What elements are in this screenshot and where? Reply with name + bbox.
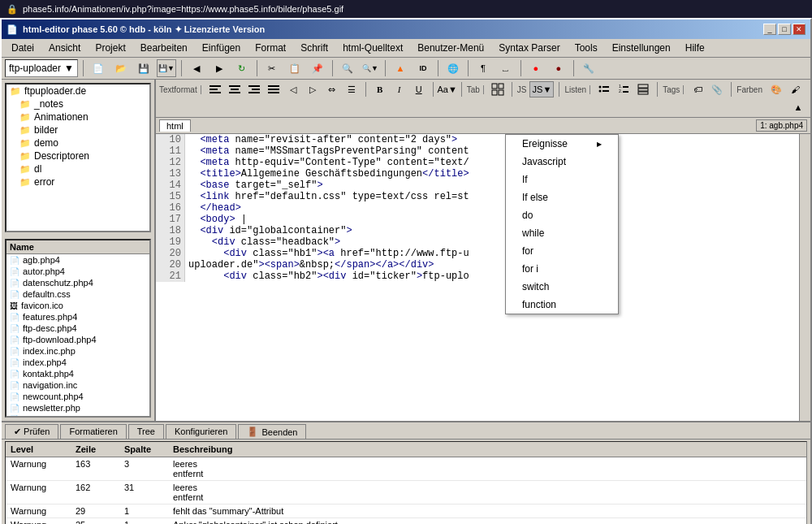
toolbar-btn-id[interactable]: ID [413,59,433,77]
file-item[interactable]: 📄defaultn.css [6,288,149,300]
toolbar-btn-extra[interactable]: 🔧 [579,59,598,77]
menu-einstellungen[interactable]: Einstellungen [606,41,677,55]
menu-bearbeiten[interactable]: Bearbeiten [134,41,194,55]
editor-tab[interactable]: html [159,119,191,132]
dropdown-item-switch[interactable]: switch [506,278,618,296]
tab-pruefen[interactable]: ✔ Prüfen [5,424,58,439]
file-item[interactable]: 📄kontakt.php4 [6,368,149,379]
fmt-tag1[interactable]: 🏷 [689,81,706,97]
editor-scrollbar[interactable] [799,134,810,421]
minimize-button[interactable]: _ [763,24,776,35]
fmt-table-grid[interactable] [489,81,507,97]
toolbar-btn-search[interactable]: 🔍 [338,59,357,77]
fmt-justify[interactable] [265,81,283,97]
fmt-indent-right[interactable]: ▷ [304,81,322,97]
toolbar-btn-dot2[interactable]: ● [549,59,568,77]
file-item[interactable]: 📄index.inc.php [6,345,149,357]
file-item[interactable]: 📄newcount.php4 [6,391,149,402]
line-content[interactable]: <title>Allgemeine Geschäftsbedingungen</… [185,168,799,180]
fmt-ol[interactable]: 1.2. [615,81,633,97]
line-content[interactable]: <meta name="revisit-after" content="2 da… [185,134,799,145]
file-item[interactable]: 📄index.php4 [6,357,149,368]
dropdown-item-if-else[interactable]: If else [506,188,618,206]
tree-item-error[interactable]: 📁 error [6,175,149,188]
fmt-tag2[interactable]: 📎 [708,81,726,97]
dropdown-item-do[interactable]: do [506,206,618,224]
dropdown-item-function[interactable]: function [506,296,618,314]
line-content[interactable]: <link href="defaultn.css" type=text/css … [185,191,799,202]
tab-formatieren[interactable]: Formatieren [60,424,126,439]
file-item[interactable]: 📄agb.php4 [6,254,149,266]
line-content[interactable]: <meta http-equiv="Content-Type" content=… [185,157,799,168]
menu-format[interactable]: Format [248,41,292,55]
tab-beenden[interactable]: 🚪 Beenden [238,424,306,439]
maximize-button[interactable]: □ [778,24,791,35]
dropdown-item-for-i[interactable]: for i [506,260,618,278]
fmt-right[interactable] [245,81,263,97]
file-item[interactable]: 📄features.php4 [6,311,149,323]
line-content[interactable]: <div id="globalcontainer"> [185,225,799,236]
close-button[interactable]: ✕ [793,24,806,35]
toolbar-btn-browser[interactable]: 🌐 [443,59,463,77]
toolbar-btn-triangle[interactable]: ▲ [391,59,410,77]
line-content[interactable]: <div class="hb1"><a href="http://www.ftp… [185,248,799,259]
tab-konfigurieren[interactable]: Konfigurieren [166,424,236,439]
fmt-font-dd[interactable]: Aa▼ [438,81,456,97]
toolbar-btn-save[interactable]: 💾 [134,59,153,77]
file-item[interactable]: 📄navigation.inc [6,379,149,391]
fmt-color1[interactable]: 🎨 [767,81,785,97]
fmt-center[interactable] [226,81,244,97]
toolbar-btn-back[interactable]: ◀ [187,59,206,77]
menu-benutzer[interactable]: Benutzer-Menü [411,41,490,55]
menu-syntax[interactable]: Syntax Parser [492,41,566,55]
menu-ansicht[interactable]: Ansicht [42,41,87,55]
line-content[interactable]: <base target="_self"> [185,180,799,191]
toolbar-btn-forward[interactable]: ▶ [209,59,229,77]
tab-tree[interactable]: Tree [128,424,164,439]
menu-einfuegen[interactable]: Einfügen [196,41,247,55]
toolbar-btn-red-dot[interactable]: ● [526,59,546,77]
line-content[interactable]: <meta name="MSSmartTagsPreventParsing" c… [185,145,799,157]
fmt-left[interactable] [206,81,224,97]
menu-tools[interactable]: Tools [568,41,604,55]
tree-item-bilder[interactable]: 📁 bilder [6,123,149,136]
fmt-js-dropdown-btn[interactable]: JS▼ [529,81,554,97]
file-item[interactable]: 📄datenschutz.php4 [6,277,149,288]
fmt-color2[interactable]: 🖌 [787,81,805,97]
menu-html-quelltext[interactable]: html-Quelltext [336,41,409,55]
file-item[interactable]: 📄newsletter.php [6,402,149,414]
fmt-collapse[interactable]: ▲ [789,99,807,115]
dropdown-item-if[interactable]: If [506,171,618,188]
dropdown-item-ereignisse[interactable]: Ereignisse▶ [506,135,618,153]
file-item[interactable]: 📄ftp-desc.php4 [6,323,149,334]
code-editor[interactable]: 10 <meta name="revisit-after" content="2… [156,134,799,421]
file-item[interactable]: 📄phase5.php [6,414,149,418]
dropdown-item-while[interactable]: while [506,224,618,242]
table-row[interactable]: Warnung 29 1 fehlt das "summary"-Attribu… [6,505,806,518]
line-content[interactable]: uploader.de"><span>&nbsp;</span></a></di… [185,259,799,271]
toolbar-btn-open[interactable]: 📂 [111,59,131,77]
menu-schrift[interactable]: Schrift [294,41,335,55]
toolbar-btn-replace[interactable]: 🔍▼ [361,59,380,77]
tree-item-demo[interactable]: 📁 demo [6,136,149,149]
fmt-bold[interactable]: B [371,81,389,97]
line-content[interactable]: <div class="hb2"><div id="ticker">ftp-up… [185,271,799,282]
fmt-indent-left[interactable]: ◁ [284,81,302,97]
table-row[interactable]: Warnung 25 1 Anker "globalcontainer" ist… [6,518,806,524]
tree-item-dl[interactable]: 📁 dl [6,162,149,175]
fmt-table-btn[interactable] [634,81,652,97]
tree-item-animationen[interactable]: 📁 Animationen [6,110,149,123]
menu-hilfe[interactable]: Hilfe [679,41,711,55]
file-item[interactable]: 📄autor.php4 [6,266,149,277]
line-content[interactable]: <body> | [185,214,799,225]
tree-root[interactable]: 📁 ftpuploader.de [6,84,149,97]
toolbar-btn-save2[interactable]: 💾▼ [157,59,176,77]
table-row[interactable]: Warnung 162 31 leeres entfernt [6,481,806,505]
dropdown-item-for[interactable]: for [506,242,618,260]
menu-projekt[interactable]: Projekt [89,41,132,55]
toolbar-btn-space[interactable]: ⎵ [496,59,516,77]
table-row[interactable]: Warnung 163 3 leeres entfernt [6,457,806,481]
file-item[interactable]: 🖼favicon.ico [6,300,149,311]
tree-item-descriptoren[interactable]: 📁 Descriptoren [6,149,149,162]
ftp-dropdown-arrow[interactable]: ▼ [64,63,74,74]
